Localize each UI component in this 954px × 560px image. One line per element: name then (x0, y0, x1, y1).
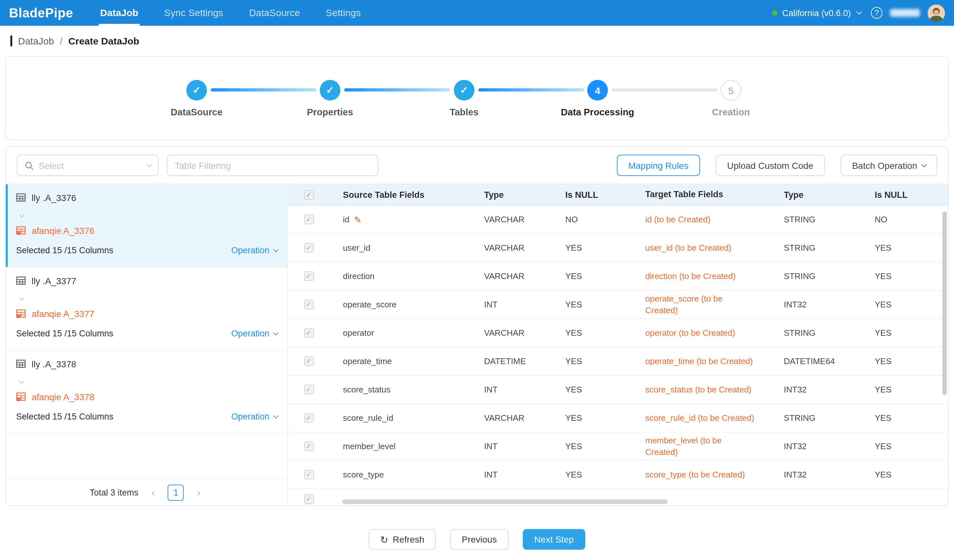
step-circle-datasource[interactable]: ✓ (186, 80, 207, 101)
operation-link[interactable]: Operation (231, 412, 277, 422)
step-circle-data-processing[interactable]: 4 (587, 80, 608, 101)
source-field-isnull: YES (554, 385, 630, 394)
target-field-name: score_rule_id (to be Created) (630, 412, 770, 423)
source-table-name: lly .A_3378 (31, 359, 76, 369)
data-processing-card: Select Mapping Rules Upload Custom Code … (5, 146, 949, 506)
row-checkbox[interactable]: ✓ (304, 385, 313, 394)
stepper-card: ✓ ✓ ✓ 4 5 DataSource Properties Tables D… (5, 56, 949, 140)
chevron-down-icon (19, 378, 25, 384)
pagination-page-1[interactable]: 1 (168, 484, 184, 500)
refresh-button[interactable]: ↻ Refresh (368, 529, 436, 550)
table-row: ✓ user_id VARCHAR YES user_id (to be Cre… (288, 234, 948, 262)
source-field-name: member_level (343, 442, 396, 451)
nav-item-datasource[interactable]: DataSource (240, 0, 309, 26)
table-header-row: ✓ Source Table Fields Type Is NULL Targe… (288, 184, 948, 205)
header-checkbox[interactable]: ✓ (304, 190, 313, 199)
table-list-item[interactable]: lly .A_3376 afa (6, 184, 287, 268)
step-circle-creation[interactable]: 5 (721, 80, 741, 101)
operation-link[interactable]: Operation (231, 246, 277, 255)
target-table-name: afanqie A_3376 (31, 225, 94, 235)
target-field-name: operate_score (to be Created) (630, 293, 770, 316)
source-field-isnull: YES (554, 442, 630, 451)
avatar-image (928, 4, 945, 22)
source-field-type: INT (469, 385, 554, 394)
step-circle-tables[interactable]: ✓ (454, 80, 474, 101)
target-field-name: score_type (to be Created) (630, 469, 770, 480)
table-list-item[interactable]: lly .A_3377 afa (6, 268, 287, 350)
toolbar: Select Mapping Rules Upload Custom Code … (6, 147, 948, 184)
horizontal-scrollbar-thumb[interactable] (342, 499, 668, 504)
target-field-isnull: YES (862, 243, 948, 253)
row-checkbox[interactable]: ✓ (304, 328, 313, 338)
source-field-type: VARCHAR (469, 215, 554, 224)
row-checkbox[interactable]: ✓ (304, 442, 313, 451)
checkmark-icon: ✓ (306, 358, 312, 365)
chevron-down-icon (856, 9, 862, 14)
checkmark-icon: ✓ (306, 272, 312, 280)
table-list-item[interactable]: lly .A_3378 afa (6, 350, 287, 434)
row-checkbox[interactable]: ✓ (304, 215, 313, 224)
target-field-name: operator (to be Created) (630, 327, 770, 338)
row-checkbox[interactable]: ✓ (304, 413, 313, 423)
table-row: ✓ operator VARCHAR YES operator (to be C… (288, 319, 948, 347)
table-icon (16, 276, 26, 285)
source-field-name: operate_score (343, 300, 396, 309)
step-label-tables: Tables (450, 107, 479, 117)
operation-label: Operation (231, 246, 270, 255)
mapping-rules-button[interactable]: Mapping Rules (617, 155, 700, 176)
pagination-next-button[interactable]: › (194, 487, 204, 498)
main-menu: DataJob Sync Settings DataSource Setting… (91, 0, 378, 26)
row-checkbox[interactable]: ✓ (304, 356, 313, 366)
source-table-name: lly .A_3377 (31, 275, 76, 286)
table-filter-input[interactable] (167, 155, 378, 176)
target-field-type: STRING (770, 215, 862, 224)
table-list-panel: lly .A_3376 afa (6, 184, 288, 506)
row-checkbox[interactable]: ✓ (304, 494, 313, 504)
username-blurred (890, 9, 920, 17)
region-selector[interactable]: California (v0.6.0) (773, 8, 860, 18)
source-field-name: direction (343, 271, 374, 281)
source-field-isnull: YES (554, 328, 630, 338)
row-checkbox[interactable]: ✓ (304, 271, 313, 281)
upload-custom-code-button[interactable]: Upload Custom Code (716, 155, 825, 176)
avatar[interactable] (928, 4, 945, 22)
select-placeholder: Select (39, 160, 64, 170)
row-checkbox[interactable]: ✓ (304, 300, 313, 309)
checkmark-icon: ✓ (306, 386, 312, 393)
chevron-down-icon (921, 162, 927, 167)
checkmark-icon: ✓ (306, 414, 312, 422)
row-checkbox[interactable]: ✓ (304, 470, 313, 479)
nav-item-datajob[interactable]: DataJob (91, 0, 147, 26)
source-field-name: score_type (343, 470, 384, 479)
target-field-type: INT32 (770, 470, 862, 479)
help-icon[interactable]: ? (871, 7, 882, 19)
table-row: ✓ direction VARCHAR YES direction (to be… (288, 262, 948, 291)
breadcrumb-parent[interactable]: DataJob (18, 36, 54, 47)
source-field-isnull: YES (554, 300, 630, 309)
vertical-scrollbar-thumb[interactable] (942, 212, 947, 395)
edit-icon[interactable]: ✎ (354, 214, 361, 225)
operation-link[interactable]: Operation (231, 329, 277, 338)
source-field-isnull: YES (554, 356, 630, 366)
target-field-isnull: YES (862, 356, 948, 366)
operation-label: Operation (231, 329, 270, 338)
previous-button[interactable]: Previous (450, 529, 508, 550)
table-select-dropdown[interactable]: Select (17, 155, 159, 176)
checkmark-icon: ✓ (306, 496, 312, 502)
target-field-type: STRING (770, 243, 862, 253)
region-label: California (v0.6.0) (782, 8, 851, 18)
next-step-button[interactable]: Next Step (523, 529, 586, 550)
target-field-isnull: YES (862, 413, 948, 423)
row-checkbox[interactable]: ✓ (304, 243, 313, 253)
refresh-icon: ↻ (380, 535, 388, 544)
batch-operation-button[interactable]: Batch Operation (840, 155, 937, 176)
source-field-name: score_status (343, 385, 390, 394)
pagination-prev-button[interactable]: ‹ (148, 487, 158, 498)
nav-item-settings[interactable]: Settings (317, 0, 369, 26)
table-row: ✓ operate_time DATETIME YES operate_time… (288, 347, 948, 376)
nav-item-sync-settings[interactable]: Sync Settings (155, 0, 232, 26)
target-field-type: STRING (770, 271, 862, 281)
table-icon (16, 193, 26, 202)
source-field-isnull: YES (554, 413, 630, 423)
step-circle-properties[interactable]: ✓ (320, 80, 340, 101)
